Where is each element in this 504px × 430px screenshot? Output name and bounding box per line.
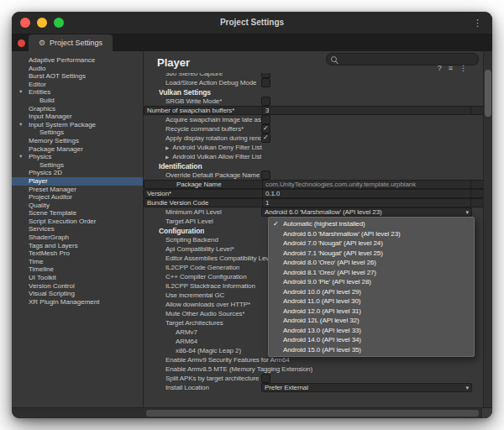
sidebar-item[interactable]: Package Manager bbox=[12, 145, 143, 154]
checkbox[interactable] bbox=[261, 124, 270, 134]
dropdown-option[interactable]: Android 13.0 (API level 33) bbox=[269, 326, 474, 336]
setting-label: Minimum API Level bbox=[165, 208, 222, 216]
setting-label: Target Architectures bbox=[165, 319, 223, 327]
sidebar-item-label: Package Manager bbox=[29, 145, 83, 153]
sidebar-item[interactable]: Settings bbox=[12, 161, 143, 170]
sidebar-item[interactable]: Burst AOT Settings bbox=[12, 72, 143, 81]
text-field[interactable]: 1 bbox=[262, 198, 471, 207]
settings-row: Enable Armv8.5 MTE (Memory Tagging Exten… bbox=[144, 364, 484, 374]
sidebar-item[interactable]: Script Execution Order bbox=[12, 218, 143, 226]
settings-row: Acquire swapchain image late as possible bbox=[144, 115, 484, 124]
dropdown-option[interactable]: Android 8.0 'Oreo' (API level 26) bbox=[269, 258, 474, 268]
setting-control: Android 6.0 'Marshmallow' (API level 23) bbox=[261, 208, 472, 216]
sidebar-item[interactable]: Scene Template bbox=[12, 209, 143, 218]
dropdown-option[interactable]: Android 9.0 'Pie' (API level 28) bbox=[269, 277, 474, 287]
setting-label: Split APKs by target architecture bbox=[165, 375, 259, 382]
sidebar-item[interactable]: Player bbox=[12, 177, 143, 186]
setting-label: Bundle Version Code bbox=[147, 199, 208, 207]
dropdown-option[interactable]: Android 11.0 (API level 30) bbox=[269, 296, 474, 307]
option-label: Android 8.0 'Oreo' (API level 26) bbox=[283, 259, 376, 266]
dropdown-option[interactable]: Android 6.0 'Marshmallow' (API level 23) bbox=[269, 229, 474, 239]
dropdown-option[interactable]: Android 12.0 (API level 31) bbox=[269, 307, 474, 317]
sidebar-item[interactable]: Tags and Layers bbox=[12, 242, 143, 250]
settings-row: Number of swapchain buffers* 3 bbox=[144, 106, 484, 115]
checkbox[interactable] bbox=[261, 115, 270, 124]
checkbox[interactable] bbox=[261, 170, 270, 180]
text-field[interactable]: 3 bbox=[262, 106, 471, 115]
dropdown[interactable]: Prefer External bbox=[261, 383, 472, 392]
dropdown-option[interactable]: Android 8.1 'Oreo' (API level 27) bbox=[269, 268, 474, 278]
sidebar-item[interactable]: TextMesh Pro bbox=[12, 249, 143, 258]
vertical-scrollbar[interactable] bbox=[483, 51, 492, 407]
sidebar-item[interactable]: Memory Settings bbox=[12, 137, 143, 145]
sidebar-item[interactable]: Adaptive Performance bbox=[12, 56, 143, 65]
text-field[interactable]: com.UnityTechnologies.com.unity.template… bbox=[262, 180, 471, 189]
sidebar-item-label: Services bbox=[29, 225, 55, 233]
horizontal-scrollbar[interactable] bbox=[12, 407, 492, 418]
sidebar-item[interactable]: Preset Manager bbox=[12, 186, 143, 194]
sidebar-item[interactable]: Settings bbox=[12, 128, 143, 137]
sidebar-item[interactable]: Timeline bbox=[12, 265, 143, 274]
hscroll-thumb[interactable] bbox=[146, 410, 479, 417]
setting-label: Editor Assemblies Compatibility Level* bbox=[165, 254, 276, 262]
sidebar-item[interactable]: Editor bbox=[12, 81, 143, 89]
settings-row: Apply display rotation during rendering bbox=[144, 134, 484, 143]
dropdown-option[interactable]: Android 14.0 (API level 34) bbox=[269, 335, 474, 345]
dropdown-option[interactable]: Automatic (highest installed) bbox=[269, 219, 474, 229]
sidebar-item[interactable]: Version Control bbox=[12, 282, 143, 291]
tab-project-settings[interactable]: ⚙ Project Settings bbox=[29, 34, 113, 51]
sidebar-item[interactable]: Input System Package bbox=[12, 121, 143, 129]
setting-label: Scripting Backend bbox=[165, 236, 218, 244]
setting-label: Configuration bbox=[159, 227, 204, 235]
text-field[interactable]: 0.1.0 bbox=[262, 189, 471, 198]
settings-row: SRGB Write Mode* bbox=[144, 97, 484, 106]
setting-label: Load/Store Action Debug Mode bbox=[165, 79, 256, 87]
sidebar-item[interactable]: UI Toolkit bbox=[12, 274, 143, 282]
setting-label: ARM64 bbox=[176, 338, 197, 345]
sidebar-item[interactable]: Graphics bbox=[12, 105, 143, 113]
checkbox[interactable] bbox=[261, 97, 270, 106]
more-icon[interactable]: ⋮ bbox=[459, 64, 467, 72]
dropdown-option[interactable]: Android 15.0 (API level 35) bbox=[269, 345, 474, 355]
setting-control: Prefer External bbox=[261, 384, 472, 391]
sidebar-item[interactable]: Physics bbox=[12, 153, 143, 161]
sidebar-item[interactable]: Physics 2D bbox=[12, 169, 143, 177]
header-icons: ? ≡ ⋮ bbox=[438, 64, 467, 72]
sidebar-item-label: Project Auditor bbox=[29, 193, 72, 201]
settings-row: Bundle Version Code 1 bbox=[144, 198, 484, 207]
dropdown-option[interactable]: Android 7.0 'Nougat' (API level 24) bbox=[269, 239, 474, 249]
sidebar-item[interactable]: Input Manager bbox=[12, 113, 143, 121]
sidebar-item[interactable]: XR Plugin Management bbox=[12, 298, 143, 307]
sidebar-item[interactable]: Build bbox=[12, 97, 143, 105]
sidebar-item[interactable]: Visual Scripting bbox=[12, 290, 143, 298]
help-icon[interactable]: ? bbox=[438, 64, 442, 72]
setting-control: com.UnityTechnologies.com.unity.template… bbox=[262, 181, 471, 187]
setting-label: Package Name bbox=[176, 181, 222, 188]
sidebar-item[interactable]: Project Auditor bbox=[12, 193, 143, 202]
sidebar-item[interactable]: Quality bbox=[12, 202, 143, 210]
setting-control bbox=[261, 79, 472, 87]
setting-control: 3 bbox=[262, 108, 471, 113]
project-settings-window: Project Settings ⋮ ⚙ Project Settings Ad… bbox=[12, 12, 492, 418]
setting-label: Acquire swapchain image late as possible bbox=[165, 116, 265, 123]
sidebar-item[interactable]: Entities bbox=[12, 88, 143, 97]
scrollbar-thumb[interactable] bbox=[485, 70, 491, 117]
option-label: Android 13.0 (API level 33) bbox=[283, 327, 361, 334]
checkbox[interactable] bbox=[261, 78, 270, 87]
sidebar-item[interactable]: Time bbox=[12, 258, 143, 266]
dropdown[interactable]: Android 6.0 'Marshmallow' (API level 23) bbox=[261, 207, 472, 217]
window-more-icon[interactable]: ⋮ bbox=[473, 12, 482, 34]
checkbox[interactable] bbox=[261, 134, 270, 143]
preset-icon[interactable]: ≡ bbox=[449, 64, 453, 72]
dropdown-option[interactable]: Android 12L (API level 32) bbox=[269, 316, 474, 326]
sidebar-item[interactable]: Services bbox=[12, 225, 143, 233]
sidebar-item[interactable]: Audio bbox=[12, 65, 143, 73]
sidebar-item-label: Script Execution Order bbox=[29, 218, 96, 225]
setting-label: Apply display rotation during rendering bbox=[165, 134, 265, 142]
setting-control bbox=[261, 365, 472, 373]
close-icon[interactable] bbox=[18, 39, 25, 47]
dropdown-option[interactable]: Android 7.1 'Nougat' (API level 25) bbox=[269, 249, 474, 259]
dropdown-option[interactable]: Android 10.0 (API level 29) bbox=[269, 287, 474, 297]
sidebar-item[interactable]: ShaderGraph bbox=[12, 233, 143, 242]
checkbox[interactable] bbox=[261, 374, 270, 383]
